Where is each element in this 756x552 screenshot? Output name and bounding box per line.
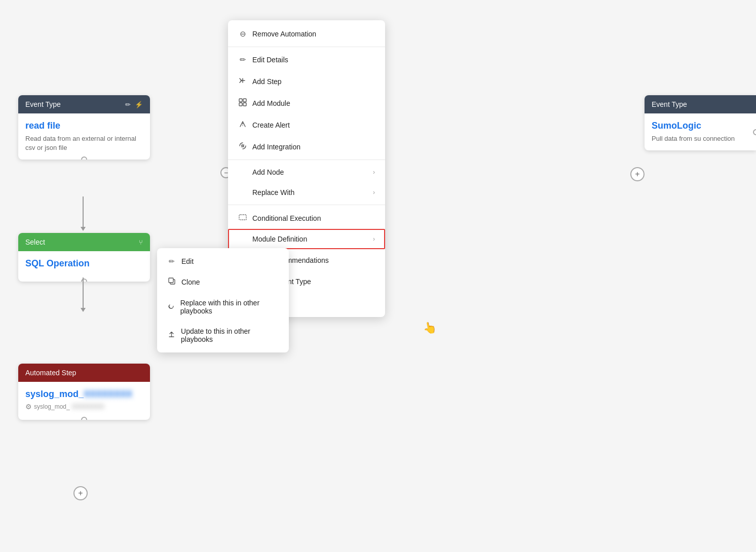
arrow-line-2	[83, 278, 84, 308]
menu-label-conditional-execution: Conditional Execution	[252, 214, 321, 222]
node-title-read-file: read file	[25, 121, 143, 131]
lightning-icon[interactable]: ⚡	[135, 101, 143, 108]
menu-label-add-integration: Add Integration	[252, 143, 300, 151]
node-desc-sumologic: Pull data from su connection	[652, 134, 749, 143]
svg-point-4	[242, 125, 243, 126]
node-title-sumologic: SumoLogic	[652, 121, 749, 131]
menu-label-add-step: Add Step	[252, 77, 282, 86]
node-header-label: Event Type	[25, 100, 61, 108]
menu-label-add-node: Add Node	[252, 168, 284, 176]
blurred-text-title: XXXXXXXX	[84, 389, 132, 400]
select-icon[interactable]: ⑂	[139, 239, 143, 246]
arrow-head	[81, 227, 86, 231]
conditional-execution-icon	[238, 213, 247, 223]
menu-label-edit-details: Edit Details	[252, 56, 288, 64]
blurred-text-meta: XXXXXXXX	[72, 403, 104, 410]
submenu-item-clone[interactable]: Clone	[157, 271, 289, 293]
node-header-event-type-right: Event Type	[645, 95, 756, 113]
edit-icon[interactable]: ✏	[125, 101, 131, 108]
add-integration-icon	[238, 142, 247, 151]
node-event-type-right: Event Type SumoLogic Pull data from su c…	[645, 95, 756, 150]
submenu-replace-icon	[167, 302, 175, 311]
module-definition-arrow: ›	[373, 235, 375, 243]
arrow-line	[83, 196, 84, 227]
svg-rect-3	[243, 103, 246, 106]
submenu-label-edit: Edit	[181, 257, 194, 265]
svg-rect-11	[169, 278, 173, 283]
submenu-item-replace-playbooks[interactable]: Replace with this in other playbooks	[157, 293, 289, 321]
divider-1	[228, 47, 385, 47]
menu-item-conditional-execution[interactable]: Conditional Execution	[228, 207, 385, 229]
cursor-pointer: 👆	[422, 321, 438, 336]
submenu-item-edit[interactable]: ✏ Edit	[157, 251, 289, 271]
menu-item-add-step[interactable]: Add Step	[228, 70, 385, 92]
menu-item-create-alert[interactable]: Create Alert	[228, 114, 385, 136]
svg-rect-0	[239, 99, 242, 102]
arrow-head-2	[81, 308, 86, 312]
node-event-type-left: Event Type ✏ ⚡ read file Read data from …	[18, 95, 150, 160]
node-header-label-automated: Automated Step	[25, 369, 76, 377]
node-header-event-type-left: Event Type ✏ ⚡	[18, 95, 150, 113]
connector-bottom-left	[81, 156, 87, 160]
submenu-item-update-playbooks[interactable]: Update to this in other playbooks	[157, 321, 289, 349]
node-meta-syslog: ⚙ syslog_mod_XXXXXXXX	[25, 403, 143, 411]
menu-item-add-integration[interactable]: Add Integration	[228, 136, 385, 157]
connector-right	[753, 129, 756, 135]
submenu-update-icon	[167, 331, 176, 340]
menu-label-module-definition: Module Definition	[252, 235, 307, 243]
menu-item-module-definition[interactable]: Module Definition ›	[228, 229, 385, 249]
plus-button-bottom[interactable]: +	[73, 486, 88, 500]
menu-label-add-module: Add Module	[252, 99, 290, 107]
node-header-automated: Automated Step	[18, 364, 150, 382]
divider-3	[228, 205, 385, 205]
add-step-icon	[238, 76, 247, 86]
svg-rect-7	[239, 215, 246, 220]
menu-item-replace-with[interactable]: Replace With ›	[228, 182, 385, 203]
replace-with-arrow: ›	[373, 189, 375, 196]
submenu-label-replace-playbooks: Replace with this in other playbooks	[180, 299, 279, 315]
submenu-label-update-playbooks: Update to this in other playbooks	[181, 327, 279, 343]
menu-item-add-module[interactable]: Add Module	[228, 92, 385, 114]
menu-label-replace-with: Replace With	[252, 188, 294, 196]
menu-label-remove-automation: Remove Automation	[252, 30, 316, 38]
node-select: Select ⑂ SQL Operation	[18, 233, 150, 282]
create-alert-icon	[238, 120, 247, 130]
node-header-select: Select ⑂	[18, 233, 150, 251]
plus-button-right[interactable]: +	[630, 167, 645, 181]
arrow-select	[81, 278, 86, 312]
menu-item-add-node[interactable]: Add Node ›	[228, 162, 385, 182]
edit-details-icon: ✏	[238, 55, 247, 64]
node-title-sql: SQL Operation	[25, 258, 143, 269]
node-title-syslog: syslog_mod_XXXXXXXX	[25, 389, 143, 400]
submenu-clone-icon	[167, 278, 176, 287]
menu-label-create-alert: Create Alert	[252, 121, 290, 129]
node-header-label-select: Select	[25, 238, 45, 246]
svg-rect-1	[243, 99, 246, 102]
remove-automation-icon: ⊖	[238, 29, 247, 38]
add-module-icon	[238, 98, 247, 108]
divider-2	[228, 160, 385, 160]
node-desc-read-file: Read data from an external or internal c…	[25, 134, 143, 152]
svg-rect-2	[239, 103, 242, 106]
menu-item-edit-details[interactable]: ✏ Edit Details	[228, 49, 385, 70]
arrow-left	[81, 196, 86, 231]
node-automated-step: Automated Step syslog_mod_XXXXXXXX ⚙ sys…	[18, 364, 150, 420]
submenu-label-clone: Clone	[181, 278, 200, 286]
submenu-module-definition: ✏ Edit Clone Replace with this in other …	[157, 248, 289, 352]
add-node-arrow: ›	[373, 169, 375, 176]
submenu-edit-icon: ✏	[167, 257, 176, 265]
node-header-label-right: Event Type	[652, 100, 687, 108]
menu-item-remove-automation[interactable]: ⊖ Remove Automation	[228, 23, 385, 45]
connector-bottom-automated	[81, 417, 87, 420]
